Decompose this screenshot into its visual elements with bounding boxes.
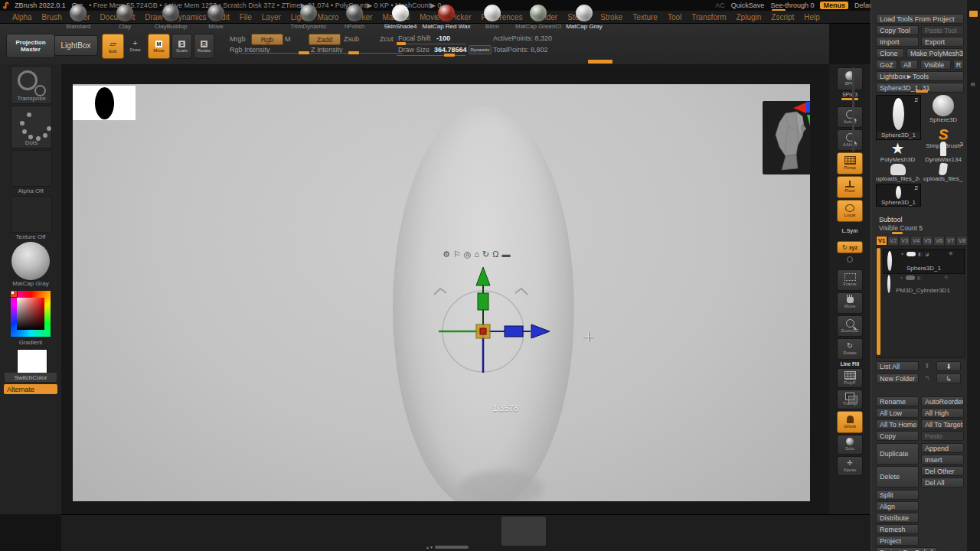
all-high-button[interactable]: All High xyxy=(921,408,964,418)
goz-r-button[interactable]: R xyxy=(953,60,964,70)
export-button[interactable]: Export xyxy=(921,37,964,47)
copy-subtool-button[interactable]: Copy xyxy=(876,431,919,441)
color-picker-square[interactable] xyxy=(17,298,44,330)
tab-v1[interactable]: V1 xyxy=(876,236,887,246)
tab-v5[interactable]: V5 xyxy=(922,236,933,246)
alpha-selector[interactable] xyxy=(11,150,52,187)
gizmo-home-icon[interactable]: ⌂ xyxy=(474,249,479,259)
see-through-slider[interactable]: See-through 0 xyxy=(770,2,814,9)
lsym-button[interactable]: L.Sym xyxy=(841,228,858,240)
gizmo-gear-icon[interactable]: ⚙ xyxy=(443,249,450,259)
scroll-arrows-icon[interactable]: ▲▼ xyxy=(426,545,433,549)
brush-standard[interactable]: Standard xyxy=(51,5,105,30)
list-all-button[interactable]: List All xyxy=(876,361,919,371)
menu-tool[interactable]: Tool xyxy=(663,13,686,21)
quicksave-button[interactable]: QuickSave xyxy=(731,2,765,9)
camera-view-widget[interactable] xyxy=(763,101,810,174)
color-picker[interactable] xyxy=(11,291,51,337)
toggle-icon[interactable] xyxy=(906,276,915,280)
zoom3d-button[interactable]: Zoom3D xyxy=(837,315,863,337)
visible-count-slider[interactable]: Visible Count 5 xyxy=(879,224,923,232)
menu-help[interactable]: Help xyxy=(799,13,825,21)
remesh-button[interactable]: Remesh xyxy=(876,524,919,534)
switch-color-button[interactable]: SwitchColor xyxy=(5,373,57,382)
copy-tool-button[interactable]: Copy Tool xyxy=(876,25,919,35)
del-other-button[interactable]: Del Other xyxy=(921,466,964,476)
tab-v8[interactable]: V8 xyxy=(956,236,968,246)
material-selector[interactable] xyxy=(11,242,50,280)
subtool-item-sphere3d1[interactable]: ✦ ◧ ◪ 👁 Sphere3D_1 xyxy=(883,249,965,274)
aahalf-button[interactable]: AAHalf xyxy=(837,129,863,151)
gizmo-lock-icon[interactable]: Ω xyxy=(492,249,498,259)
subtool-scrollbar[interactable] xyxy=(877,248,880,355)
toggle-icon[interactable] xyxy=(906,252,916,256)
rotate-canvas-button[interactable]: ↻ Rotate xyxy=(837,338,863,360)
del-all-button[interactable]: Del All xyxy=(921,478,964,487)
transform-gizmo[interactable] xyxy=(425,267,563,383)
subtool-header[interactable]: Subtool xyxy=(879,216,903,223)
solo-button[interactable]: Solo xyxy=(837,435,863,455)
tool-r-button-strip[interactable]: R xyxy=(971,81,975,88)
texture-selector[interactable] xyxy=(11,196,52,233)
right-shelf-scrollbar[interactable] xyxy=(852,67,854,152)
gizmo-reset-icon[interactable]: ↻ xyxy=(482,249,489,259)
tool-slot-active-sphere3d1[interactable]: 2 Sphere3D_1 xyxy=(876,95,921,140)
tool-slot-sphere3d[interactable]: Sphere3D xyxy=(923,95,963,123)
tool-slot-uploads18[interactable]: uploads_files_18 xyxy=(923,162,963,182)
align-button[interactable]: Align xyxy=(876,501,919,511)
tab-v2[interactable]: V2 xyxy=(887,236,899,246)
zadd-button[interactable]: Zadd xyxy=(309,34,341,45)
make-polymesh3d-button[interactable]: Make PolyMesh3D xyxy=(906,48,964,58)
all-low-button[interactable]: All Low xyxy=(876,408,919,418)
autoreorder-button[interactable]: AutoReorder xyxy=(921,396,964,406)
brush-move[interactable]: Move xyxy=(189,5,243,30)
xyz-button[interactable]: ↻ xyz xyxy=(837,241,863,253)
goz-visible-button[interactable]: Visible xyxy=(920,60,951,70)
canvas-viewport[interactable]: ⚙ ⚐ ◎ ⌂ ↻ Ω ▬ 1.3578 xyxy=(61,64,829,514)
alternate-button[interactable]: Alternate xyxy=(4,384,57,394)
focal-shift-handle[interactable] xyxy=(397,42,406,45)
rotate-button[interactable]: R Rotate xyxy=(194,34,214,59)
polyf-button[interactable]: PolyF xyxy=(837,368,863,388)
projection-master-button[interactable]: Projection Master xyxy=(6,34,55,58)
tool-slot-dynawax[interactable]: 3 DynaWax134 xyxy=(923,141,963,163)
spix-handle[interactable] xyxy=(841,98,858,100)
lightbox-tools-button[interactable]: Lightbox►Tools xyxy=(876,71,964,81)
eye-icon[interactable]: 👁 xyxy=(948,252,953,256)
duplicate-button[interactable]: Duplicate xyxy=(876,443,919,465)
project-basrelief-button[interactable]: Project BasRelief xyxy=(876,547,937,551)
move-canvas-button[interactable]: Move xyxy=(837,292,863,314)
move-into-button[interactable]: ↳ xyxy=(936,373,961,383)
canvas-scroll-indicator[interactable] xyxy=(588,60,612,64)
local-button[interactable]: Local xyxy=(837,200,863,222)
gizmo-pivot-icon[interactable]: ◎ xyxy=(464,249,472,259)
document-area[interactable]: ⚙ ⚐ ◎ ⌂ ↻ Ω ▬ 1.3578 xyxy=(73,84,810,501)
active-tool-slider-handle[interactable] xyxy=(916,90,928,93)
load-tools-button[interactable]: Load Tools From Project xyxy=(876,14,964,24)
material-scrollbar[interactable]: ▲▼ xyxy=(426,545,469,549)
tray-strip-marker[interactable] xyxy=(969,11,978,17)
move-down-button[interactable]: ⬇ xyxy=(936,361,961,371)
actual-button[interactable]: Actual xyxy=(837,106,863,128)
draw-size-slider[interactable] xyxy=(397,55,466,56)
mrgb-button[interactable]: Mrgb xyxy=(230,35,246,43)
edit-button[interactable]: ▱ Edit xyxy=(102,34,124,59)
deform-icon[interactable]: ◧ xyxy=(918,252,923,256)
tab-v7[interactable]: V7 xyxy=(945,236,956,246)
goz-button[interactable]: GoZ xyxy=(876,60,897,70)
import-button[interactable]: Import xyxy=(876,37,919,47)
scale-button[interactable]: S Scale xyxy=(172,34,192,59)
visible-count-handle[interactable] xyxy=(892,232,903,234)
lightbox-button[interactable]: LightBox xyxy=(54,35,98,56)
menus-button[interactable]: Menus xyxy=(820,2,848,9)
material-matcap-gray[interactable]: MatCap Gray xyxy=(557,5,611,30)
subtool-item-cylinder[interactable]: ✦ ◧ 👁 PM3D_Cylinder3D1 xyxy=(883,273,963,295)
tool-slot-polymesh3d[interactable]: ★ PolyMesh3D xyxy=(876,141,920,163)
pivot-button[interactable] xyxy=(847,255,853,264)
eye-icon[interactable]: 👁 xyxy=(944,276,949,280)
menu-transform[interactable]: Transform xyxy=(687,13,730,21)
gyro-transpose-button[interactable]: Transpose xyxy=(11,66,52,104)
dynamic-button[interactable]: Dynamic xyxy=(469,45,492,54)
split-button[interactable]: Split xyxy=(876,490,919,500)
ghost-button[interactable]: Ghost xyxy=(837,411,863,433)
